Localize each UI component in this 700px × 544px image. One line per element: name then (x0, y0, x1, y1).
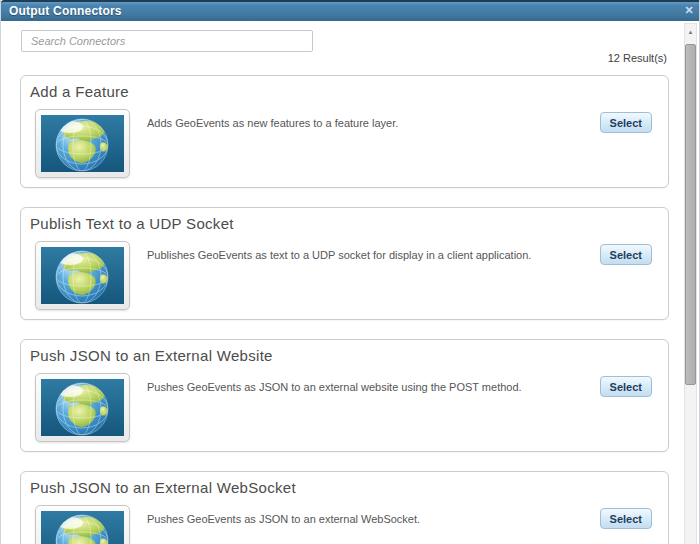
select-button[interactable]: Select (600, 244, 652, 265)
dialog-titlebar: Output Connectors ✕ (1, 0, 700, 21)
globe-icon (41, 247, 124, 304)
connector-card: Push JSON to an External WebSocket (20, 471, 669, 544)
select-button[interactable]: Select (600, 508, 652, 529)
scroll-up-arrow-icon[interactable]: ▲ (685, 25, 696, 40)
results-count: 12 Result(s) (608, 52, 667, 64)
output-connectors-dialog: Output Connectors ✕ 12 Result(s) Add a F… (0, 0, 700, 544)
connector-title: Add a Feature (30, 83, 129, 100)
connector-thumbnail (35, 241, 130, 310)
connector-title: Push JSON to an External WebSocket (30, 479, 296, 496)
connector-thumbnail (35, 373, 130, 442)
scrollbar-thumb[interactable] (685, 44, 696, 385)
globe-icon (41, 379, 124, 436)
connector-description: Pushes GeoEvents as JSON to an external … (147, 380, 588, 394)
connector-card: Publish Text to a UDP Socket (20, 207, 669, 320)
vertical-scrollbar[interactable]: ▲ (684, 23, 697, 544)
connector-card: Add a Feature (20, 75, 669, 188)
connector-thumbnail (35, 505, 130, 544)
select-button[interactable]: Select (600, 112, 652, 133)
select-button[interactable]: Select (600, 376, 652, 397)
connector-title: Publish Text to a UDP Socket (30, 215, 234, 232)
connector-card: Push JSON to an External Website (20, 339, 669, 452)
connector-description: Pushes GeoEvents as JSON to an external … (147, 512, 588, 526)
connector-thumbnail (35, 109, 130, 178)
close-icon[interactable]: ✕ (682, 3, 696, 17)
globe-icon (41, 115, 124, 172)
connector-title: Push JSON to an External Website (30, 347, 273, 364)
dialog-title: Output Connectors (9, 4, 122, 18)
search-input[interactable] (21, 30, 313, 52)
connector-description: Publishes GeoEvents as text to a UDP soc… (147, 248, 588, 262)
globe-icon (41, 511, 124, 544)
connector-description: Adds GeoEvents as new features to a feat… (147, 116, 588, 130)
